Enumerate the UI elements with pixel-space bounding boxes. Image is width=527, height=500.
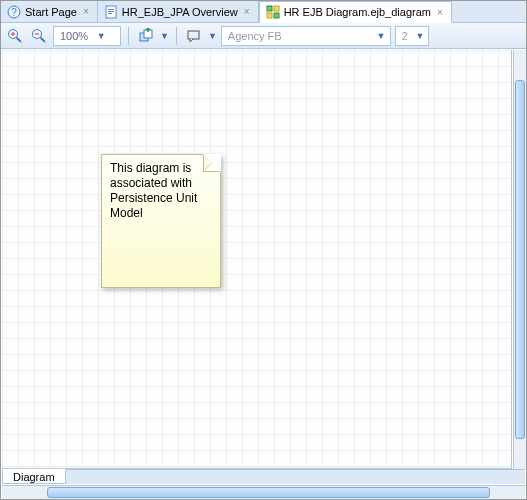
scroll-thumb[interactable]: [515, 80, 525, 439]
diagram-toolbar: 100% ▼ ▼ ▼ Agency FB ▼ 2 ▼: [1, 23, 526, 49]
scroll-thumb[interactable]: [47, 487, 490, 498]
bottom-tab-diagram[interactable]: Diagram: [2, 469, 66, 484]
close-icon[interactable]: ×: [81, 6, 91, 17]
svg-rect-8: [267, 13, 272, 18]
svg-rect-7: [274, 6, 279, 11]
tab-label: HR EJB Diagram.ejb_diagram: [284, 6, 431, 18]
tab-diagram[interactable]: HR EJB Diagram.ejb_diagram ×: [259, 1, 452, 23]
tab-overview[interactable]: HR_EJB_JPA Overview ×: [98, 1, 259, 22]
svg-rect-9: [274, 13, 279, 18]
chevron-down-icon: ▼: [414, 31, 426, 41]
fontsize-combo[interactable]: 2 ▼: [395, 26, 429, 46]
svg-rect-3: [108, 9, 114, 10]
horizontal-scrollbar[interactable]: [2, 485, 525, 499]
diagram-canvas-wrap: This diagram is associated with Persiste…: [2, 50, 512, 469]
diagram-canvas[interactable]: This diagram is associated with Persiste…: [2, 50, 512, 469]
zoom-value: 100%: [60, 30, 88, 42]
chevron-down-icon[interactable]: ▼: [208, 31, 217, 41]
annotation-button[interactable]: [184, 26, 204, 46]
zoom-out-button[interactable]: [29, 26, 49, 46]
separator: [176, 27, 177, 45]
diagram-icon: [266, 5, 280, 19]
tab-label: Start Page: [25, 6, 77, 18]
fontsize-value: 2: [402, 30, 408, 42]
zoom-combo[interactable]: 100% ▼: [53, 26, 121, 46]
separator: [128, 27, 129, 45]
svg-rect-19: [188, 31, 199, 39]
tab-start-page[interactable]: ? Start Page ×: [1, 1, 98, 22]
font-value: Agency FB: [228, 30, 282, 42]
font-combo[interactable]: Agency FB ▼: [221, 26, 391, 46]
page-icon: [104, 5, 118, 19]
svg-rect-5: [108, 13, 112, 14]
chevron-down-icon: ▼: [94, 31, 108, 41]
svg-text:?: ?: [11, 7, 17, 18]
close-icon[interactable]: ×: [242, 6, 252, 17]
help-icon: ?: [7, 5, 21, 19]
zoom-in-button[interactable]: [5, 26, 25, 46]
svg-line-15: [41, 37, 46, 42]
svg-line-11: [17, 37, 22, 42]
svg-rect-4: [108, 11, 114, 12]
svg-rect-6: [267, 6, 272, 11]
chevron-down-icon: ▼: [374, 31, 388, 41]
bottom-tab-label: Diagram: [13, 471, 55, 483]
editor-tab-bar: ? Start Page × HR_EJB_JPA Overview × HR …: [1, 1, 526, 23]
chevron-down-icon[interactable]: ▼: [160, 31, 169, 41]
close-icon[interactable]: ×: [435, 7, 445, 18]
vertical-scrollbar[interactable]: [513, 50, 526, 469]
sticky-note[interactable]: This diagram is associated with Persiste…: [101, 154, 221, 288]
note-text: This diagram is associated with Persiste…: [110, 161, 197, 220]
tab-label: HR_EJB_JPA Overview: [122, 6, 238, 18]
note-fold-icon: [203, 154, 221, 172]
bring-front-button[interactable]: [136, 26, 156, 46]
bottom-tab-bar: Diagram: [2, 469, 525, 484]
